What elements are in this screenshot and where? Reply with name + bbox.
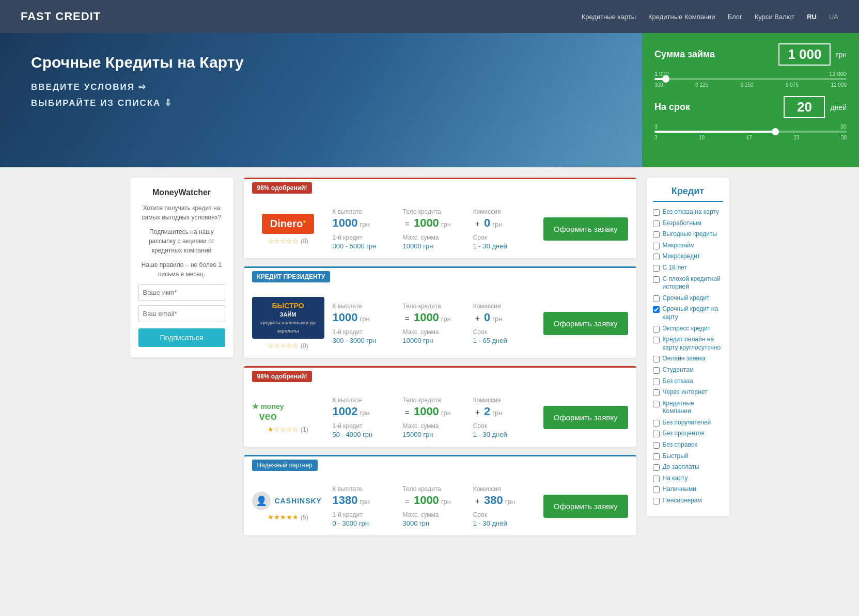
filter-checkbox-7[interactable] xyxy=(653,295,660,302)
sidebar-right: Кредит Без отказа на картуБезработнымВыг… xyxy=(647,178,729,544)
filter-item-15[interactable]: Кредитные Компании xyxy=(653,400,723,416)
moneywatcher-desc3: Наше правило – не более 1 письма в месяц… xyxy=(138,260,225,279)
stat-first-moneyveo: 1-й кредит 50 - 4000 грн xyxy=(333,422,395,438)
filter-item-5[interactable]: С 18 лет xyxy=(653,264,723,272)
sidebar-left: MoneyWatcher Хотите получать кредит на с… xyxy=(130,178,233,544)
filter-label-20: До зарплаты xyxy=(663,463,699,471)
slider1-thumb[interactable] xyxy=(662,75,669,83)
apply-btn-bistrozaim[interactable]: Оформить заявку xyxy=(543,312,628,335)
loan-amount-label: Сумма займа xyxy=(654,49,715,60)
filter-checkbox-9[interactable] xyxy=(653,326,660,333)
card-header-dinero: 98% одобрений! xyxy=(244,179,636,200)
filter-checkbox-23[interactable] xyxy=(653,498,660,504)
email-input[interactable] xyxy=(138,305,225,322)
slider2-thumb[interactable] xyxy=(772,128,779,135)
filter-item-19[interactable]: Быстрый xyxy=(653,452,723,461)
filter-item-16[interactable]: Без поручителей xyxy=(653,419,723,427)
nav-credit-companies[interactable]: Кредитные Компании xyxy=(648,13,715,21)
dinero-stats: К выплате 1000 грн Тело кредита = 1000 г… xyxy=(333,208,535,250)
filter-checkbox-19[interactable] xyxy=(653,453,660,460)
card-header-moneyveo: 98% одобрений! xyxy=(244,368,636,388)
filter-checkbox-4[interactable] xyxy=(653,254,660,260)
filter-checkbox-12[interactable] xyxy=(653,367,660,374)
filter-item-18[interactable]: Без справок xyxy=(653,441,723,449)
filter-item-13[interactable]: Без отказа xyxy=(653,377,723,386)
filter-item-20[interactable]: До зарплаты xyxy=(653,463,723,471)
filter-checkbox-22[interactable] xyxy=(653,486,660,493)
header: FAST CREDIT Кредитные карты Кредитные Ко… xyxy=(0,0,859,33)
bistrozaim-stars: ☆☆☆☆☆ (0) xyxy=(252,342,324,350)
filter-item-10[interactable]: Кредит онлайн на карту круглосуточно xyxy=(653,336,723,352)
filter-checkbox-15[interactable] xyxy=(653,401,660,407)
apply-btn-moneyveo[interactable]: Оформить заявку xyxy=(543,406,628,429)
stat-first-dinero: 1-й кредит 300 - 5000 грн xyxy=(333,234,395,250)
filter-item-9[interactable]: Экспресс кредит xyxy=(653,325,723,333)
loan-term-slider[interactable]: 3 30 3 10 17 23 30 xyxy=(654,123,847,140)
filter-label-16: Без поручителей xyxy=(663,419,711,427)
subscribe-button[interactable]: Подписаться xyxy=(138,328,225,347)
filter-checkbox-3[interactable] xyxy=(653,243,660,249)
nav-blog[interactable]: Блог xyxy=(728,13,742,21)
stat-body-cashinsky: Тело кредита = 1000 грн xyxy=(403,485,465,507)
filter-checkbox-8[interactable] xyxy=(653,306,660,313)
moneyveo-logo-area: ★ money veo ★☆☆☆☆ (1) xyxy=(252,402,324,433)
moneywatcher-desc1: Хотите получать кредит на самых выгодных… xyxy=(138,203,225,222)
filter-label-0: Без отказа на карту xyxy=(663,208,719,216)
filter-checkbox-11[interactable] xyxy=(653,356,660,362)
nav-lang-ru[interactable]: RU xyxy=(807,13,817,21)
nav-exchange[interactable]: Курси Валют xyxy=(755,13,794,21)
filter-item-14[interactable]: Через интернет xyxy=(653,388,723,397)
cashinsky-stats: К выплате 1380 грн Тело кредита = 1000 г… xyxy=(333,485,535,527)
loan-amount-unit: грн xyxy=(836,51,847,59)
filter-item-4[interactable]: Микрокредит xyxy=(653,252,723,261)
filter-item-2[interactable]: Выгодные кредиты xyxy=(653,230,723,239)
cashinsky-logo: 👤 CASHINSKY xyxy=(252,492,324,510)
moneywatcher-title: MoneyWatcher xyxy=(138,188,225,197)
filter-item-23[interactable]: Пенсионерам xyxy=(653,497,723,505)
name-input[interactable] xyxy=(138,284,225,301)
filter-checkbox-17[interactable] xyxy=(653,431,660,437)
filter-label-5: С 18 лет xyxy=(663,264,687,272)
hero-section: Срочные Кредиты на Карту ВВЕДИТЕ УСЛОВИЯ… xyxy=(0,33,859,167)
filter-item-3[interactable]: Микрозайм xyxy=(653,242,723,250)
main-content: MoneyWatcher Хотите получать кредит на с… xyxy=(120,178,740,544)
filter-item-11[interactable]: Онлайн заявка xyxy=(653,355,723,363)
filter-checkbox-14[interactable] xyxy=(653,389,660,396)
apply-btn-dinero[interactable]: Оформить заявку xyxy=(543,217,628,241)
filter-item-8[interactable]: Срочный кредит на карту xyxy=(653,305,723,321)
stat-commission-bistrozaim: Комиссия + 0 грн xyxy=(473,303,535,324)
filter-checkbox-20[interactable] xyxy=(653,464,660,471)
badge-bistrozaim: КРЕДИТ ПРЕЗИДЕНТУ xyxy=(252,271,331,282)
filter-item-12[interactable]: Студентам xyxy=(653,366,723,374)
filter-checkbox-1[interactable] xyxy=(653,220,660,227)
filter-checkbox-2[interactable] xyxy=(653,231,660,238)
filter-checkbox-6[interactable] xyxy=(653,276,660,283)
filter-item-1[interactable]: Безработным xyxy=(653,219,723,228)
nav-lang-ua[interactable]: UA xyxy=(829,13,838,21)
dinero-logo-area: Dinero● ☆☆☆☆☆ (0) xyxy=(252,214,324,245)
slider2-labels: 3 30 xyxy=(654,123,847,130)
filter-checkbox-13[interactable] xyxy=(653,378,660,385)
filter-checkbox-10[interactable] xyxy=(653,337,660,343)
filter-checkbox-21[interactable] xyxy=(653,476,660,482)
filter-checkbox-16[interactable] xyxy=(653,420,660,427)
filter-item-0[interactable]: Без отказа на карту xyxy=(653,208,723,216)
filter-checkbox-0[interactable] xyxy=(653,209,660,216)
filter-item-21[interactable]: На карту xyxy=(653,475,723,483)
filter-item-22[interactable]: Наличными xyxy=(653,485,723,494)
loan-amount-slider[interactable]: 1 000 12 000 300 3 225 6 150 9 075 12 00… xyxy=(654,71,847,88)
filter-item-17[interactable]: Без процентов xyxy=(653,430,723,438)
loan-term-value: 20 xyxy=(784,96,825,118)
filter-item-6[interactable]: С плохой кредитной историей xyxy=(653,275,723,291)
hero-line1: ВВЕДИТЕ УСЛОВИЯ ⇨ xyxy=(31,82,611,92)
nav-credit-cards[interactable]: Кредитные карты xyxy=(582,13,636,21)
hero-line2: ВЫБИРАЙТЕ ИЗ СПИСКА ⇩ xyxy=(31,98,611,108)
stat-term-cashinsky: Срок 1 - 30 дней xyxy=(473,511,535,527)
apply-btn-cashinsky[interactable]: Оформить заявку xyxy=(543,495,628,518)
filter-checkbox-18[interactable] xyxy=(653,442,660,449)
hero-left: Срочные Кредиты на Карту ВВЕДИТЕ УСЛОВИЯ… xyxy=(0,33,642,167)
loan-card-moneyveo: 98% одобрений! ★ money veo ★☆☆☆☆ (1) К в… xyxy=(244,366,636,447)
filter-box: Кредит Без отказа на картуБезработнымВыг… xyxy=(647,178,729,516)
filter-checkbox-5[interactable] xyxy=(653,265,660,272)
filter-item-7[interactable]: Срочный кредит xyxy=(653,294,723,303)
